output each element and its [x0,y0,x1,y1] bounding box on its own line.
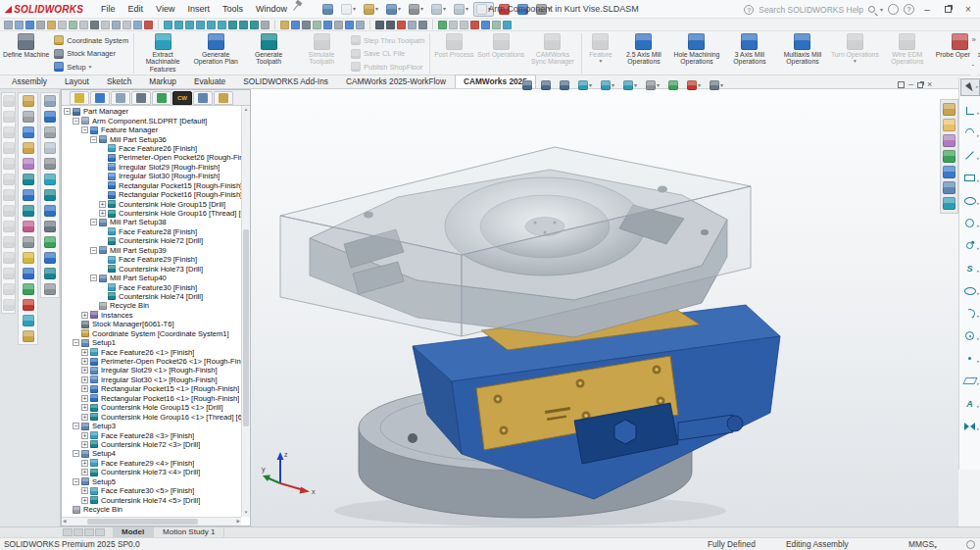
dropdown-caret[interactable]: ▾ [589,82,592,88]
secondary-toolbar-icon[interactable] [334,21,343,29]
zoom-to-area-button[interactable] [538,78,554,92]
tree-item[interactable]: −Mill Part Setup39 [62,246,241,255]
secondary-toolbar-icon[interactable] [356,21,365,29]
camworks-tool-icon[interactable] [3,111,15,123]
camworks-tool-icon[interactable] [44,158,56,170]
tree-expand-toggle[interactable]: − [90,219,97,225]
tree-expand-toggle[interactable]: + [81,358,88,365]
tree-item[interactable]: Coordinate System [Coordinate System1] [62,329,241,338]
document-minimize-icon[interactable]: – [908,79,913,90]
tab-solidworks-add-ins[interactable]: SOLIDWORKS Add-Ins [234,75,337,88]
secondary-toolbar-icon[interactable] [58,21,67,29]
ellipse-button[interactable]: ▸ [960,189,980,212]
tree-item[interactable]: −Part Manager [62,107,241,116]
undo-sketch-button[interactable]: ▸ [960,122,980,144]
ribbon-3-axis-mill-operations[interactable]: 3 Axis Mill Operations [723,31,776,75]
ribbon-turn-operations[interactable]: Turn Operations▾ [829,31,881,75]
tree-expand-toggle[interactable]: − [64,108,71,115]
custom-properties-icon[interactable] [943,166,956,178]
qa-open-document[interactable]: ▾ [361,2,381,17]
tree-tab-dimxpert-manager[interactable] [131,91,151,105]
secondary-toolbar-icon[interactable] [460,21,468,29]
flyout-caret[interactable]: ▸ [977,155,980,161]
tree-expand-toggle[interactable]: − [90,275,97,281]
secondary-toolbar-icon[interactable] [185,21,194,29]
secondary-toolbar-icon[interactable] [503,21,512,29]
tree-item[interactable]: +Countersink Hole72 <3> [Drill] [62,440,241,449]
units-dropdown-caret[interactable]: ▾ [934,541,937,550]
camworks-tool-icon[interactable] [3,189,15,201]
tree-item[interactable]: −Mill Part Setup38 [62,218,241,226]
tree-item[interactable]: −Mill Part Setup36 [62,134,241,143]
tab-scroll-last[interactable] [95,528,105,536]
flyout-caret[interactable]: ▸ [977,313,980,319]
tree-expand-toggle[interactable]: − [73,118,79,125]
tree-expand-toggle[interactable]: + [81,312,88,319]
camworks-tool-icon[interactable] [23,330,34,342]
scroll-right-icon[interactable]: ▶ [237,518,240,525]
secondary-toolbar-icon[interactable] [470,21,479,29]
corner-rectangle-button[interactable]: ▸ [960,167,980,189]
apply-scene-button[interactable]: ▾ [684,78,704,92]
dropdown-caret[interactable]: ▾ [443,6,446,12]
previous-view-button[interactable] [557,78,572,92]
camworks-tool-icon[interactable] [44,142,56,154]
camworks-tool-icon[interactable] [23,174,34,185]
secondary-toolbar-icon[interactable] [133,21,142,29]
dropdown-caret[interactable]: ▾ [657,82,660,88]
help-menu-icon[interactable]: ? [904,4,914,15]
tree-horizontal-scrollbar[interactable]: ◀▶ [62,517,241,525]
tree-item[interactable]: Rectangular Pocket15 [Rough-Finish] [62,181,241,190]
camworks-tool-icon[interactable] [23,221,34,232]
flyout-caret[interactable]: ▸ [977,245,980,251]
secondary-toolbar-icon[interactable] [375,21,384,29]
ribbon-hole-machining-operations[interactable]: Hole Machining Operations [670,31,723,75]
flyout-caret[interactable]: ▸ [977,403,980,409]
tree-item[interactable]: −Arm Component.SLDPRT [Default] [62,116,241,125]
qa-save[interactable]: ▾ [383,2,404,17]
secondary-toolbar-icon[interactable] [438,21,447,29]
ribbon-simulate-toolpath[interactable]: Simulate Toolpath [295,31,348,75]
tree-item[interactable]: +Instances [62,311,241,320]
secondary-toolbar-icon[interactable] [79,21,88,29]
camworks-tool-icon[interactable] [23,299,34,311]
secondary-toolbar-icon[interactable] [313,21,321,29]
dropdown-caret[interactable]: ▾ [720,82,723,88]
tree-expand-toggle[interactable]: − [90,136,97,143]
tab-sketch[interactable]: Sketch [98,75,140,88]
secondary-toolbar-icon[interactable] [69,21,77,29]
secondary-toolbar-icon[interactable] [418,21,427,29]
camworks-tool-icon[interactable] [44,126,56,138]
camworks-tool-icon[interactable] [3,236,15,248]
ribbon-camworks-sync-manager[interactable]: CAMWorks Sync Manager [526,31,579,75]
tab-evaluate[interactable]: Evaluate [185,75,234,88]
flyout-caret[interactable]: ▸ [977,335,980,341]
qa-new-document[interactable]: ▾ [338,2,359,17]
tree-item[interactable]: +Irregular Slot30 <1> [Rough-Finish] [62,375,241,384]
secondary-toolbar-icon[interactable] [174,21,183,29]
partial-ellipse-button[interactable]: ▸ [960,279,980,302]
secondary-toolbar-icon[interactable] [397,21,406,29]
dropdown-caret[interactable]: ▾ [353,6,356,12]
camworks-tool-icon[interactable] [44,268,56,279]
ribbon-coordinate-system[interactable]: Coordinate System [54,34,128,47]
tree-item[interactable]: Countersink Hole72 [Drill] [62,236,241,245]
secondary-toolbar-icon[interactable] [25,21,34,29]
scroll-up-icon[interactable]: ▲ [242,106,250,114]
3dexperience-icon[interactable] [943,197,956,210]
tree-item[interactable]: −Setup4 [62,449,241,458]
menu-insert[interactable]: Insert [187,4,210,14]
status-tag-icon[interactable] [966,540,975,549]
secondary-toolbar-icon[interactable] [36,21,45,29]
sketch-contour-button[interactable]: ▸ [960,99,980,122]
flyout-caret[interactable]: ▸ [977,200,980,206]
camworks-tool-icon[interactable] [44,174,56,185]
ribbon-feature[interactable]: Feature▾ [584,31,617,75]
tab-camworks-2025-workflow[interactable]: CAMWorks 2025-WorkFlow [337,75,455,88]
search-icon[interactable] [868,6,875,13]
tab-motion-study-1[interactable]: Motion Study 1 [154,527,224,538]
ribbon-wire-edm-operations[interactable]: Wire EDM Operations [881,31,934,75]
tree-item[interactable]: +Face Feature26 <1> [Finish] [62,347,241,356]
qa-undo[interactable]: ▾ [428,2,449,17]
ribbon-define-machine[interactable]: Define Machine [1,31,51,75]
